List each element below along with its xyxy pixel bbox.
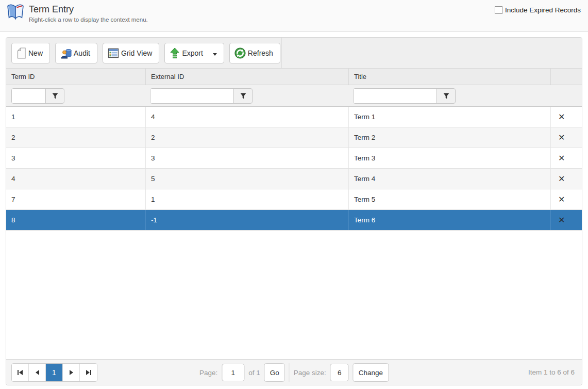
cell-external-id: 1 xyxy=(146,189,349,209)
audit-button[interactable]: Audit xyxy=(55,43,97,63)
funnel-icon xyxy=(52,92,59,100)
page-title: Term Entry xyxy=(29,4,148,15)
page-number-button[interactable]: 1 xyxy=(46,364,63,381)
refresh-button[interactable]: Refresh xyxy=(229,43,280,63)
table-row[interactable]: 8 -1 Term 6 ✕ xyxy=(6,210,582,231)
page-subtitle: Right-click a row to display the context… xyxy=(29,17,148,23)
audit-button-label: Audit xyxy=(74,49,90,57)
app-header: Term Entry Right-click a row to display … xyxy=(0,0,588,32)
funnel-icon xyxy=(240,92,247,100)
cell-title: Term 6 xyxy=(349,210,551,230)
column-header-row: Term ID External ID Title xyxy=(6,69,582,85)
filter-button-term-id[interactable] xyxy=(46,89,64,103)
change-button[interactable]: Change xyxy=(353,363,389,382)
table-row[interactable]: 3 3 Term 3 ✕ xyxy=(6,148,582,169)
page-number-input[interactable] xyxy=(222,364,244,381)
previous-page-button[interactable] xyxy=(29,364,46,381)
audit-user-database-icon xyxy=(60,47,72,59)
column-header-term-id[interactable]: Term ID xyxy=(6,69,146,85)
delete-row-icon[interactable]: ✕ xyxy=(558,107,565,127)
grid-view-button[interactable]: Grid View xyxy=(103,43,159,63)
filter-input-title[interactable] xyxy=(354,89,437,103)
page-of-label: of 1 xyxy=(248,369,260,377)
cell-actions: ✕ xyxy=(551,107,582,127)
filter-input-external-id[interactable] xyxy=(150,89,234,103)
cell-term-id: 7 xyxy=(6,189,146,209)
cell-external-id: 5 xyxy=(146,169,349,189)
export-icon xyxy=(169,47,180,59)
first-page-icon xyxy=(18,370,19,375)
column-header-actions xyxy=(551,69,582,85)
last-page-icon xyxy=(86,370,90,375)
page-size-label: Page size: xyxy=(294,369,326,377)
cell-term-id: 8 xyxy=(6,210,146,230)
page-label: Page: xyxy=(199,369,217,377)
table-row[interactable]: 2 2 Term 2 ✕ xyxy=(6,127,582,148)
next-page-button[interactable] xyxy=(63,364,80,381)
cell-external-id: -1 xyxy=(146,210,349,230)
table-row[interactable]: 1 4 Term 1 ✕ xyxy=(6,107,582,127)
go-button[interactable]: Go xyxy=(264,363,285,382)
filter-group-title xyxy=(353,88,456,104)
cell-title: Term 2 xyxy=(349,127,551,148)
pager-bar: 1 Page: of 1 Go Page size: Change Item 1… xyxy=(6,359,582,385)
new-button[interactable]: New xyxy=(11,43,50,63)
cell-actions: ✕ xyxy=(551,127,582,148)
export-dropdown-caret-icon[interactable] xyxy=(213,53,217,56)
cell-external-id: 2 xyxy=(146,127,349,148)
item-range-status: Item 1 to 6 of 6 xyxy=(528,360,575,385)
grid-view-button-label: Grid View xyxy=(121,49,152,57)
refresh-button-label: Refresh xyxy=(248,49,273,57)
delete-row-icon[interactable]: ✕ xyxy=(558,127,565,148)
cell-title: Term 1 xyxy=(349,107,551,127)
book-logo-icon xyxy=(6,4,25,23)
cell-term-id: 3 xyxy=(6,148,146,168)
cell-actions: ✕ xyxy=(551,210,582,230)
new-document-icon xyxy=(16,47,27,59)
page-size-input[interactable] xyxy=(330,364,349,381)
filter-group-term-id xyxy=(11,88,64,104)
include-expired-control[interactable]: Include Expired Records xyxy=(495,6,581,14)
cell-title: Term 4 xyxy=(349,169,551,189)
cell-actions: ✕ xyxy=(551,169,582,189)
filter-button-external-id[interactable] xyxy=(234,89,252,103)
cell-external-id: 3 xyxy=(146,148,349,168)
delete-row-icon[interactable]: ✕ xyxy=(558,148,565,168)
next-page-icon xyxy=(70,370,73,375)
cell-actions: ✕ xyxy=(551,148,582,168)
include-expired-checkbox[interactable] xyxy=(495,6,502,14)
export-button-label: Export xyxy=(182,49,203,57)
previous-page-icon xyxy=(36,370,39,375)
column-header-title[interactable]: Title xyxy=(349,69,551,85)
cell-external-id: 4 xyxy=(146,107,349,127)
filter-button-title[interactable] xyxy=(437,89,455,103)
include-expired-label: Include Expired Records xyxy=(505,6,581,14)
delete-row-icon[interactable]: ✕ xyxy=(558,189,565,209)
title-block: Term Entry Right-click a row to display … xyxy=(29,4,148,23)
term-grid: New Audit xyxy=(6,37,582,385)
cell-title: Term 3 xyxy=(349,148,551,168)
column-header-external-id[interactable]: External ID xyxy=(146,69,349,85)
cell-term-id: 1 xyxy=(6,107,146,127)
delete-row-icon[interactable]: ✕ xyxy=(558,169,565,189)
export-button[interactable]: Export xyxy=(164,43,224,63)
table-row[interactable]: 7 1 Term 5 ✕ xyxy=(6,189,582,210)
grid-view-icon xyxy=(107,47,120,59)
grid-body: 1 4 Term 1 ✕ 2 2 Term 2 ✕ 3 3 Term 3 ✕ 4 xyxy=(6,107,582,231)
filter-group-external-id xyxy=(150,88,253,104)
first-page-button[interactable] xyxy=(12,364,29,381)
filter-input-term-id[interactable] xyxy=(12,89,46,103)
last-page-button[interactable] xyxy=(80,364,97,381)
filter-row xyxy=(6,85,582,107)
delete-row-icon[interactable]: ✕ xyxy=(558,210,565,230)
table-row[interactable]: 4 5 Term 4 ✕ xyxy=(6,169,582,189)
cell-term-id: 4 xyxy=(6,169,146,189)
pager-nav: 1 xyxy=(11,363,97,382)
new-button-label: New xyxy=(28,49,43,57)
cell-title: Term 5 xyxy=(349,189,551,209)
refresh-icon xyxy=(234,47,246,59)
pager-controls: Page: of 1 Go Page size: Change xyxy=(199,363,389,382)
pager-divider xyxy=(289,363,290,382)
grid-toolbar: New Audit xyxy=(6,38,582,69)
cell-actions: ✕ xyxy=(551,189,582,209)
